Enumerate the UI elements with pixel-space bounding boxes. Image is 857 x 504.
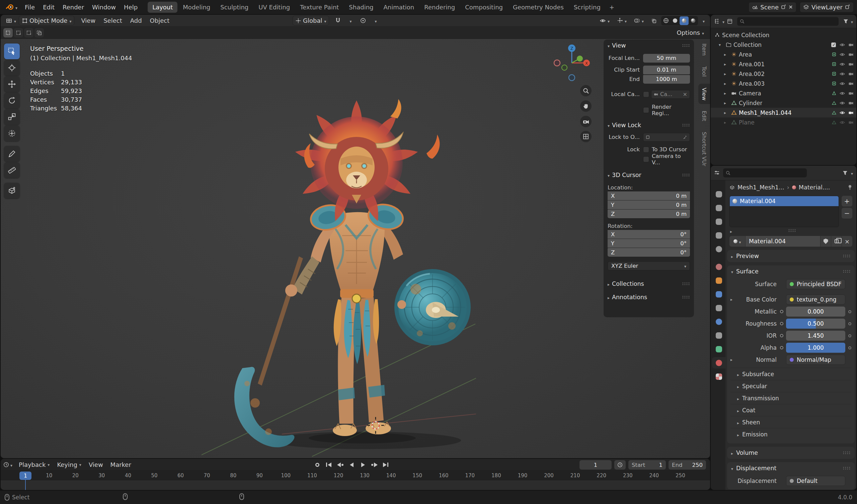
overlays-dropdown[interactable] (632, 16, 646, 25)
scene-collection-row[interactable]: Scene Collection (711, 30, 856, 40)
volume-panel-header[interactable]: Volume (727, 447, 855, 459)
topbar-menu-item[interactable]: Edit (39, 2, 58, 12)
collections-panel-header[interactable]: Collections (608, 279, 690, 288)
new-viewlayer-icon[interactable] (845, 5, 850, 10)
expand-icon[interactable] (724, 111, 731, 115)
panel-grip-icon[interactable] (843, 254, 851, 258)
grip-icon[interactable] (788, 229, 796, 232)
caret-down-icon[interactable] (722, 18, 724, 25)
focal-length-field[interactable]: 50 mm (643, 54, 690, 63)
animate-decorator-icon[interactable] (848, 322, 851, 325)
eyedropper-icon[interactable] (683, 135, 687, 139)
panel-grip-icon[interactable] (682, 282, 690, 285)
panel-grip-icon[interactable] (682, 123, 690, 127)
workspace-tab[interactable]: Scripting (569, 2, 605, 13)
cursor-panel-header[interactable]: 3D Cursor (608, 170, 690, 180)
duplicate-material-icon[interactable] (831, 236, 842, 247)
view-lock-panel-header[interactable]: View Lock (608, 120, 690, 130)
material-slot-active[interactable]: Material.004 (730, 196, 839, 206)
outliner-display-mode-icon[interactable] (727, 19, 733, 24)
slot-list-grip[interactable] (725, 227, 856, 234)
viewport-menu-item[interactable]: Object (146, 15, 174, 26)
outliner-object-row[interactable]: Area.002 (711, 69, 856, 79)
shading-solid-icon[interactable] (671, 16, 679, 25)
options-button[interactable]: Options (674, 28, 707, 37)
breadcrumb-data[interactable]: Material.... (799, 184, 830, 191)
tool-move[interactable] (4, 76, 20, 92)
workspace-tab[interactable]: Geometry Nodes (508, 2, 568, 13)
rotation-order-select[interactable]: XYZ Euler (608, 262, 690, 270)
close-scene-icon[interactable] (789, 5, 793, 9)
outliner-object-row[interactable]: Camera (711, 88, 856, 98)
viewport-menu-item[interactable]: Add (126, 15, 146, 26)
properties-tab[interactable] (712, 216, 725, 227)
properties-tab[interactable] (712, 371, 725, 382)
view-panel-header[interactable]: View (608, 41, 690, 50)
gizmo-y-axis[interactable] (577, 55, 583, 62)
snap-magnet-icon[interactable] (332, 17, 343, 24)
cursor-location-field[interactable]: Y 0 m (608, 200, 690, 209)
workspace-tab[interactable]: Shading (344, 2, 378, 13)
outliner-object-row[interactable]: Area.001 (711, 59, 856, 69)
workspace-tab[interactable]: Layout (148, 2, 178, 13)
workspace-tab[interactable]: Rendering (419, 2, 460, 13)
material-slot-list[interactable]: Material.004 (729, 196, 839, 227)
hide-eye-icon[interactable] (840, 72, 845, 76)
render-region-checkbox[interactable] (643, 107, 649, 113)
properties-tab[interactable] (712, 230, 725, 241)
properties-tab[interactable] (712, 188, 725, 200)
timeline-ruler[interactable]: 1102030405060708090100110120130140150160… (1, 471, 710, 480)
expand-icon[interactable] (724, 91, 731, 96)
workspace-tab[interactable]: Sculpting (216, 2, 253, 13)
animate-decorator-icon[interactable] (848, 310, 851, 313)
timeline-menu[interactable]: Keying ▾ (53, 460, 85, 470)
hide-eye-icon[interactable] (840, 101, 845, 105)
properties-tab[interactable] (712, 302, 725, 314)
properties-tab[interactable] (712, 343, 725, 355)
play-reverse-icon[interactable] (346, 460, 357, 470)
gizmos-dropdown[interactable] (614, 16, 629, 25)
fake-user-shield-icon[interactable] (820, 236, 831, 247)
material-subpanel-header[interactable]: Coat (730, 404, 851, 416)
panel-grip-icon[interactable] (843, 270, 851, 273)
hide-eye-icon[interactable] (840, 120, 845, 124)
jump-to-end-icon[interactable] (380, 460, 391, 470)
normal-field[interactable]: Normal/Map (786, 355, 845, 365)
select-mode-new-icon[interactable] (3, 28, 13, 37)
orthographic-grid-icon[interactable] (580, 131, 591, 142)
surface-panel-header[interactable]: Surface (727, 265, 855, 278)
sidebar-tab[interactable]: View (698, 84, 710, 104)
material-subpanel-header[interactable]: Sheen (730, 416, 851, 428)
sidebar-tab[interactable]: Tool (698, 62, 710, 81)
properties-tab[interactable] (712, 288, 725, 300)
properties-tab[interactable] (712, 330, 725, 341)
displacement-field[interactable]: Default (786, 476, 845, 486)
annotations-panel-header[interactable]: Annotations (608, 292, 690, 302)
expand-icon[interactable] (724, 120, 731, 125)
expand-icon[interactable] (724, 62, 731, 67)
playhead[interactable]: 1 (19, 472, 32, 480)
auto-keyframe-record-icon[interactable] (312, 460, 323, 470)
expand-icon[interactable] (730, 357, 737, 362)
value-slider[interactable]: 0.500 (786, 319, 845, 329)
cursor-rotation-field[interactable]: Y 0° (608, 239, 690, 248)
shading-settings-caret[interactable] (700, 16, 707, 25)
properties-filter-icon[interactable] (843, 171, 847, 175)
pin-icon[interactable] (847, 185, 852, 190)
remove-slot-button[interactable]: − (842, 208, 852, 219)
lock-object-field[interactable] (643, 133, 690, 141)
properties-tab[interactable] (712, 202, 725, 214)
next-keyframe-icon[interactable] (369, 460, 380, 470)
tool-measure[interactable] (4, 162, 20, 178)
gizmo-neg-x-axis[interactable] (554, 60, 560, 66)
camera-view-icon[interactable] (580, 116, 591, 127)
mode-select[interactable]: Object Mode (19, 16, 74, 26)
render-camera-icon[interactable] (848, 81, 854, 86)
tool-add-cube[interactable] (4, 183, 20, 199)
panel-grip-icon[interactable] (682, 173, 690, 177)
end-frame-field[interactable]: End 250 (669, 460, 706, 470)
expand-icon[interactable] (730, 297, 737, 302)
add-workspace-button[interactable]: + (606, 2, 618, 12)
render-camera-icon[interactable] (848, 120, 854, 124)
material-name-field[interactable]: Material.004 (745, 236, 820, 247)
